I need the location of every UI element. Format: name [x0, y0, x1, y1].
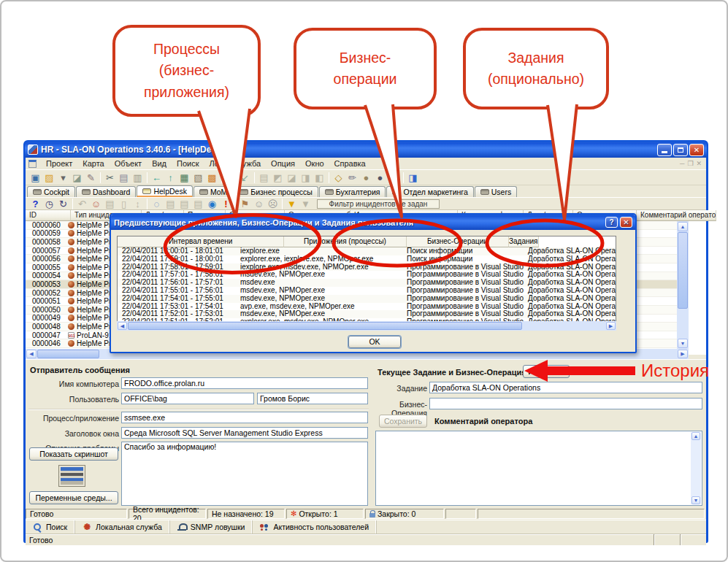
- menu-item[interactable]: Окно: [300, 158, 329, 169]
- toolbar-icon[interactable]: [235, 199, 236, 209]
- minimize-button[interactable]: [657, 144, 672, 156]
- restore-button[interactable]: [673, 144, 688, 156]
- lock-icon[interactable]: ▯: [117, 198, 131, 210]
- view-1-icon[interactable]: ▤: [164, 198, 177, 210]
- undo-icon[interactable]: ↶: [75, 198, 89, 210]
- toolbar-icon[interactable]: [254, 172, 255, 183]
- comment-scrollbar[interactable]: ▲ ▼: [691, 432, 701, 504]
- workspace-tab[interactable]: Dashboard: [76, 186, 136, 197]
- node-flag-icon[interactable]: ◧: [313, 172, 326, 184]
- open-folder-icon[interactable]: ▨: [42, 172, 56, 184]
- copy-icon[interactable]: ▤: [117, 172, 131, 184]
- alert-icon[interactable]: !: [219, 198, 233, 210]
- window-view-icon[interactable]: ▦: [177, 172, 191, 184]
- column-header[interactable]: Интервал времени: [118, 236, 284, 247]
- menu-item[interactable]: Вид: [147, 158, 172, 169]
- menu-item[interactable]: Опция: [266, 158, 300, 169]
- dialog-horizontal-scrollbar[interactable]: ◀ ▶: [117, 321, 616, 331]
- busop-field[interactable]: [429, 398, 702, 409]
- help-icon[interactable]: ?: [28, 198, 42, 210]
- activity-row[interactable]: 22/04/2011 17:56:01 - 17:57:01 msdev.exe…: [118, 279, 616, 287]
- node-down-icon[interactable]: ◪: [285, 172, 299, 184]
- cut-icon[interactable]: ✂: [103, 172, 117, 184]
- toolbar-icon[interactable]: [100, 172, 101, 183]
- close-button[interactable]: ✕: [689, 144, 704, 156]
- refresh-icon[interactable]: ↻: [56, 198, 70, 210]
- user-login-field[interactable]: OFFICE\bag: [121, 393, 254, 404]
- window-title-field[interactable]: Среда Microsoft SQL Server Management St…: [121, 427, 368, 439]
- bottom-tool-tab[interactable]: SNMP ловушки: [170, 520, 253, 534]
- mdi-restore-icon[interactable]: ❒: [687, 160, 693, 167]
- scroll-left-icon[interactable]: ◀: [118, 322, 127, 330]
- bottom-tool-tab[interactable]: Активность пользователей: [253, 520, 377, 534]
- workspace-tab[interactable]: Отдел маркетинга: [386, 186, 473, 197]
- scrollbar-thumb[interactable]: [678, 232, 688, 309]
- new-window-icon[interactable]: ▣: [28, 172, 42, 184]
- pin-icon[interactable]: ⚑: [238, 198, 252, 210]
- node-link-icon[interactable]: ◨: [299, 172, 313, 184]
- toolbar-icon[interactable]: [147, 199, 147, 209]
- activity-row[interactable]: 22/04/2011 17:55:01 - 17:56:01 msdev.exe…: [118, 287, 616, 295]
- scroll-right-icon[interactable]: ▶: [606, 322, 616, 330]
- wand-icon[interactable]: ✎: [84, 172, 98, 184]
- column-header[interactable]: Комментарий операто: [637, 210, 716, 221]
- scroll-right-icon[interactable]: ▶: [678, 350, 688, 358]
- sphere-icon[interactable]: ●: [373, 172, 387, 184]
- map-icon[interactable]: ▤: [257, 172, 271, 184]
- activity-row[interactable]: 22/04/2011 17:52:01 - 17:53:01 msdev.exe…: [118, 310, 616, 318]
- history-button[interactable]: История...: [523, 365, 570, 378]
- bottom-tool-tab[interactable]: Поиск: [26, 520, 75, 534]
- scrollbar-thumb[interactable]: [128, 322, 522, 330]
- toolbar-icon[interactable]: [72, 199, 73, 209]
- menu-item[interactable]: Объект: [110, 158, 147, 169]
- node-up-icon[interactable]: ◩: [271, 172, 285, 184]
- toolbar-icon[interactable]: [329, 172, 329, 183]
- scroll-down-icon[interactable]: ▼: [678, 339, 688, 348]
- mdi-minimize-icon[interactable]: ─: [680, 160, 684, 167]
- menu-item[interactable]: Поиск: [172, 158, 204, 169]
- paste-icon[interactable]: ▥: [131, 172, 145, 184]
- mdi-window-controls[interactable]: ─❒✕: [680, 160, 706, 167]
- activity-row[interactable]: 22/04/2011 17:53:01 - 17:54:01 avp.exe, …: [118, 303, 616, 311]
- sort-icon[interactable]: ↕: [131, 198, 145, 210]
- view-2-icon[interactable]: ▤: [177, 198, 191, 210]
- dialog-close-button[interactable]: ✕: [620, 217, 632, 228]
- workspace-tab[interactable]: HelpDesk: [137, 185, 193, 197]
- show-screenshot-button[interactable]: Показать скриншот: [29, 447, 118, 461]
- scroll-left-icon[interactable]: ◀: [26, 350, 37, 358]
- scrollbar-thumb[interactable]: [37, 350, 99, 358]
- computer-name-field[interactable]: FRODO.office.prolan.ru: [121, 377, 368, 389]
- column-header[interactable]: Приложения (процессы): [284, 236, 407, 247]
- export-icon[interactable]: ↗: [224, 172, 238, 184]
- activity-row[interactable]: 22/04/2011 17:59:01 - 18:00:01 explorer.…: [118, 255, 616, 263]
- back-arrow-icon[interactable]: ←: [150, 172, 164, 184]
- window-new-icon[interactable]: ▩: [205, 172, 219, 184]
- activity-row[interactable]: 22/04/2011 17:57:01 - 17:58:01 msdev.exe…: [118, 271, 616, 279]
- dropdown-caret-icon[interactable]: ▾: [56, 172, 70, 184]
- column-header[interactable]: ID: [26, 210, 71, 221]
- toolbar-icon[interactable]: [147, 172, 147, 183]
- user-find-icon[interactable]: ☺: [252, 198, 266, 210]
- workspace-tab[interactable]: MoM: [194, 186, 233, 197]
- menu-item[interactable]: Справка: [329, 158, 371, 169]
- dialog-titlebar[interactable]: Предшествующие приложения, Бизнес-Операц…: [111, 215, 635, 230]
- toolbar-icon[interactable]: [221, 172, 222, 183]
- search-icon[interactable]: ◌: [150, 198, 164, 210]
- table-vertical-scrollbar[interactable]: ▲ ▼: [677, 221, 689, 349]
- scroll-down-icon[interactable]: ▼: [691, 496, 700, 504]
- column-header[interactable]: Бизнес-Операции: [407, 236, 509, 247]
- task-field[interactable]: Доработка SLA-ON Operations: [429, 382, 702, 393]
- panel-icon[interactable]: ◨: [406, 172, 420, 184]
- toolbar-icon[interactable]: [403, 172, 404, 183]
- workspace-tab[interactable]: Бизнес процессы: [234, 186, 318, 197]
- column-header[interactable]: Задания: [509, 236, 539, 247]
- bottom-tool-tab[interactable]: Локальная служба: [75, 520, 170, 534]
- workspace-tab[interactable]: Users: [475, 186, 517, 197]
- ok-button[interactable]: OK: [348, 336, 401, 348]
- toolbar-icon[interactable]: [282, 199, 283, 209]
- mdi-close-icon[interactable]: ✕: [696, 160, 702, 167]
- import-icon[interactable]: ↙: [238, 172, 252, 184]
- workspace-tab[interactable]: Cockpit: [27, 186, 75, 197]
- screenshot-thumbnail[interactable]: [58, 465, 85, 487]
- history-clock-icon[interactable]: ◷: [42, 198, 56, 210]
